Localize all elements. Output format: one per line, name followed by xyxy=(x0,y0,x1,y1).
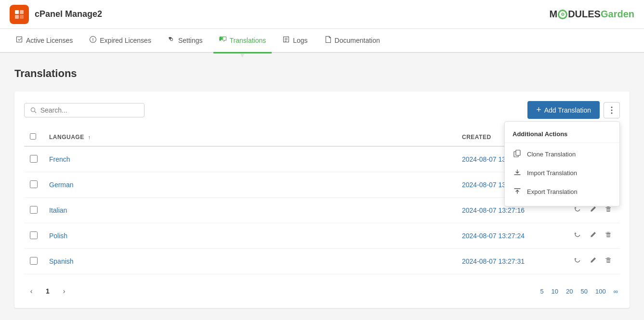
page-size-button[interactable]: 100 xyxy=(593,287,608,296)
toolbar: + Add Translation Additional Actions xyxy=(24,101,620,119)
row-checkbox-cell xyxy=(24,172,43,198)
page-size-button[interactable]: ∞ xyxy=(612,287,620,296)
refresh-button[interactable] xyxy=(572,255,583,268)
row-checkbox-cell xyxy=(24,223,43,249)
svg-point-8 xyxy=(611,112,613,114)
row-checkbox-cell xyxy=(24,249,43,274)
trash-icon xyxy=(605,256,612,264)
page-title: Translations xyxy=(14,67,630,80)
svg-point-7 xyxy=(611,109,613,111)
svg-line-5 xyxy=(35,111,36,113)
page-size-button[interactable]: 10 xyxy=(550,287,560,296)
active-licenses-icon xyxy=(15,36,23,45)
nav-item-documentation[interactable]: Documentation xyxy=(318,29,386,53)
nav-expired-licenses-label: Expired Licenses xyxy=(100,37,151,44)
import-icon xyxy=(513,168,522,178)
edit-icon xyxy=(589,256,597,264)
page-size-button[interactable]: 20 xyxy=(564,287,575,296)
settings-icon xyxy=(168,36,175,45)
next-page-button[interactable]: › xyxy=(57,284,71,298)
page-size-button[interactable]: 5 xyxy=(538,287,545,296)
trash-icon xyxy=(605,231,612,239)
nav-item-logs[interactable]: Logs xyxy=(276,29,313,53)
svg-rect-1 xyxy=(20,10,24,14)
export-translation-label: Export Translation xyxy=(527,188,578,195)
refresh-icon xyxy=(574,205,581,213)
edit-button[interactable] xyxy=(587,255,599,268)
edit-icon xyxy=(589,231,597,239)
translations-card: + Add Translation Additional Actions xyxy=(14,91,630,308)
row-checkbox[interactable] xyxy=(30,231,38,239)
search-icon xyxy=(30,107,37,114)
current-page-button[interactable]: 1 xyxy=(40,284,55,298)
app-logo-icon xyxy=(10,5,29,24)
search-input[interactable] xyxy=(40,106,138,114)
pagination-nav: ‹ 1 › xyxy=(24,284,71,298)
nav-documentation-label: Documentation xyxy=(335,37,380,44)
sort-arrow-icon: ↑ xyxy=(88,134,91,140)
row-action-buttons xyxy=(568,255,614,268)
toolbar-right: + Add Translation xyxy=(527,101,620,119)
trash-icon xyxy=(605,205,612,213)
col-header-checkbox xyxy=(24,128,43,146)
delete-button[interactable] xyxy=(603,255,614,268)
main-content: Translations + Add Translation xyxy=(0,53,644,320)
col-header-language[interactable]: Language ↑ xyxy=(43,128,456,146)
brand-modules: M xyxy=(550,9,558,19)
row-checkbox-cell xyxy=(24,198,43,223)
brand-garden: Garden xyxy=(601,9,634,19)
nav-translations-label: Translations xyxy=(230,37,266,44)
import-translation-item[interactable]: Import Translation xyxy=(505,164,619,182)
refresh-icon xyxy=(574,256,581,264)
plus-icon: + xyxy=(536,105,541,115)
language-link[interactable]: Polish xyxy=(49,232,67,240)
nav-active-licenses-label: Active Licenses xyxy=(26,37,73,44)
row-actions-cell xyxy=(562,249,620,274)
page-size-button[interactable]: 50 xyxy=(579,287,590,296)
row-action-buttons xyxy=(568,229,614,243)
table-row: Polish 2024-08-07 13:27:24 xyxy=(24,223,620,249)
row-checkbox[interactable] xyxy=(30,155,38,163)
language-link[interactable]: Spanish xyxy=(49,257,74,265)
row-language-cell: French xyxy=(43,146,456,172)
row-checkbox[interactable] xyxy=(30,257,38,265)
row-checkbox[interactable] xyxy=(30,206,38,214)
nav: Active Licenses Expired Licenses Setting… xyxy=(0,29,644,53)
refresh-button[interactable] xyxy=(572,229,583,243)
language-link[interactable]: French xyxy=(49,155,70,163)
row-language-cell: Polish xyxy=(43,223,456,249)
row-created-cell: 2024-08-07 13:27:31 xyxy=(456,249,562,274)
export-translation-item[interactable]: Export Translation xyxy=(505,182,619,201)
edit-button[interactable] xyxy=(587,229,599,243)
created-date: 2024-08-07 13:27:31 xyxy=(462,257,525,265)
clone-icon xyxy=(513,150,522,159)
nav-item-settings[interactable]: Settings xyxy=(162,29,209,53)
svg-point-6 xyxy=(611,106,613,108)
row-language-cell: Spanish xyxy=(43,249,456,274)
svg-rect-10 xyxy=(516,150,520,155)
logs-icon xyxy=(282,36,290,45)
nav-settings-label: Settings xyxy=(178,37,203,44)
created-date: 2024-08-07 13:27:24 xyxy=(462,232,525,240)
additional-actions-dropdown: Additional Actions Clone Translation xyxy=(504,121,620,206)
prev-page-button[interactable]: ‹ xyxy=(24,284,39,298)
clone-translation-item[interactable]: Clone Translation xyxy=(505,145,619,164)
add-translation-label: Add Translation xyxy=(544,106,591,114)
more-actions-button[interactable] xyxy=(604,102,620,118)
nav-item-expired-licenses[interactable]: Expired Licenses xyxy=(83,29,157,53)
search-box[interactable] xyxy=(24,103,145,117)
row-checkbox[interactable] xyxy=(30,180,38,188)
app-name: cPanel Manage2 xyxy=(35,9,102,19)
language-link[interactable]: German xyxy=(49,181,74,189)
row-checkbox-cell xyxy=(24,146,43,172)
nav-item-translations[interactable]: Translations xyxy=(213,29,272,53)
row-language-cell: German xyxy=(43,172,456,198)
select-all-checkbox[interactable] xyxy=(30,133,36,140)
dropdown-title: Additional Actions xyxy=(505,127,619,143)
refresh-icon xyxy=(574,231,581,239)
svg-rect-2 xyxy=(15,15,19,19)
add-translation-button[interactable]: + Add Translation xyxy=(527,101,600,119)
nav-item-active-licenses[interactable]: Active Licenses xyxy=(10,29,79,53)
delete-button[interactable] xyxy=(603,229,614,243)
language-link[interactable]: Italian xyxy=(49,206,67,214)
